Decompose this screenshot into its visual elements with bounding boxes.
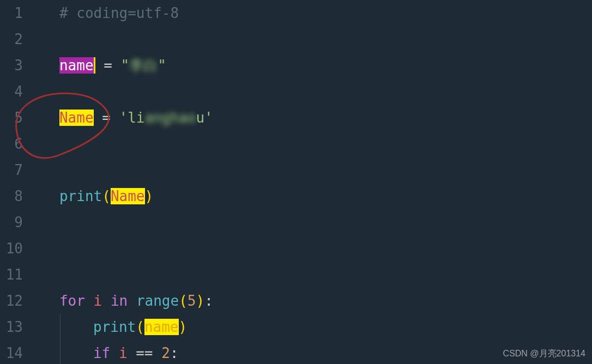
line-number: 10 xyxy=(0,235,23,262)
comment: # coding=utf-8 xyxy=(59,5,179,21)
code-line[interactable]: print(name) xyxy=(34,314,592,340)
paren-open: ( xyxy=(179,293,188,309)
colon: : xyxy=(170,345,179,361)
code-content[interactable]: # coding=utf-8 name = "李白" Name = 'liang… xyxy=(34,0,592,364)
variable: i xyxy=(85,293,111,309)
paren-close: ) xyxy=(196,293,204,309)
code-line[interactable] xyxy=(34,131,592,157)
paren-open: ( xyxy=(136,319,144,335)
code-line[interactable] xyxy=(34,157,592,183)
code-line[interactable]: print(Name) xyxy=(34,183,592,209)
line-number: 7 xyxy=(0,157,23,183)
operator: == xyxy=(136,345,153,361)
keyword: for xyxy=(59,293,85,309)
keyword: if xyxy=(93,345,110,361)
builtin-function: range xyxy=(136,293,179,309)
line-number: 14 xyxy=(0,340,23,364)
watermark: CSDN @月亮201314 xyxy=(503,348,585,360)
line-number-gutter: 1 2 3 4 5 6 7 8 9 10 11 12 13 14 xyxy=(0,0,34,364)
number: 2 xyxy=(161,345,170,361)
paren-close: ) xyxy=(179,319,188,335)
builtin-function: print xyxy=(59,188,102,204)
variable-highlight-secondary: name xyxy=(144,319,179,335)
line-number: 8 xyxy=(0,183,23,209)
variable-highlight-primary: name xyxy=(59,57,95,74)
code-line[interactable] xyxy=(34,262,592,288)
string-content: 李白 xyxy=(129,57,158,74)
indent-guide: print(name) xyxy=(60,314,187,340)
code-line[interactable]: Name = 'lianghaou' xyxy=(34,105,592,131)
string-quote: ' xyxy=(204,110,213,126)
string-content: u xyxy=(196,110,204,126)
line-number: 11 xyxy=(0,262,23,288)
operator: = xyxy=(94,110,119,126)
code-line[interactable] xyxy=(34,235,592,262)
string-content: anghao xyxy=(145,110,196,126)
line-number: 13 xyxy=(0,314,23,340)
code-line[interactable] xyxy=(34,209,592,235)
operator: = xyxy=(95,57,121,74)
string-content: li xyxy=(128,110,144,126)
paren-close: ) xyxy=(145,188,154,204)
space xyxy=(128,293,136,309)
string-quote: " xyxy=(158,57,166,74)
number: 5 xyxy=(188,293,196,309)
variable: i xyxy=(110,345,136,361)
string-quote: ' xyxy=(119,110,128,126)
code-line[interactable] xyxy=(34,26,592,52)
variable-highlight-secondary: Name xyxy=(111,188,145,204)
line-number: 12 xyxy=(0,288,23,314)
code-line[interactable]: name = "李白" xyxy=(34,52,592,78)
line-number: 3 xyxy=(0,52,23,78)
code-editor[interactable]: 1 2 3 4 5 6 7 8 9 10 11 12 13 14 # codin… xyxy=(0,0,592,364)
code-line[interactable]: # coding=utf-8 xyxy=(34,0,592,26)
line-number: 2 xyxy=(0,26,23,52)
string-quote: " xyxy=(121,57,130,74)
builtin-function: print xyxy=(93,319,136,335)
line-number: 4 xyxy=(0,78,23,105)
code-line[interactable]: for i in range(5): xyxy=(34,288,592,314)
line-number: 1 xyxy=(0,0,23,26)
line-number: 6 xyxy=(0,131,23,157)
paren-open: ( xyxy=(102,188,111,204)
variable-highlight-secondary: Name xyxy=(59,110,94,126)
line-number: 5 xyxy=(0,105,23,131)
space xyxy=(153,345,162,361)
indent-guide: if i == 2: xyxy=(60,340,179,364)
line-number: 9 xyxy=(0,209,23,235)
code-line[interactable] xyxy=(34,78,592,105)
keyword: in xyxy=(111,293,128,309)
colon: : xyxy=(204,293,213,309)
